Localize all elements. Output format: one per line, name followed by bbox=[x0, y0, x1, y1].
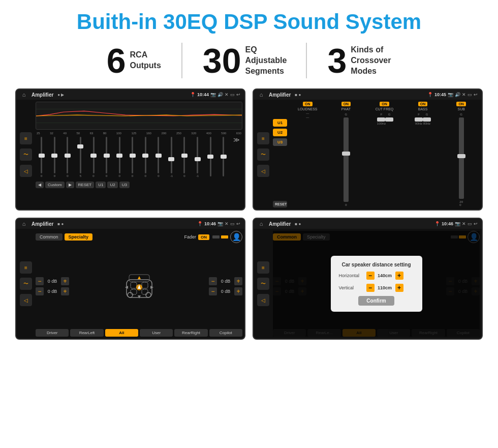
eq-track-15[interactable] bbox=[223, 137, 224, 176]
xover-u1-btn[interactable]: U1 bbox=[273, 119, 287, 127]
zone-driver[interactable]: Driver bbox=[36, 329, 69, 337]
xover-reset-btn[interactable]: RESET bbox=[273, 201, 287, 207]
eq-track-6[interactable] bbox=[106, 137, 107, 173]
fader-db4-minus[interactable]: − bbox=[209, 287, 217, 295]
eq-thumb-15[interactable] bbox=[221, 155, 227, 159]
vertical-minus[interactable]: − bbox=[366, 284, 375, 292]
eq-u1-btn[interactable]: U1 bbox=[96, 182, 106, 188]
eq-speaker-btn[interactable]: ◁ bbox=[20, 165, 32, 177]
eq-track-1[interactable] bbox=[41, 137, 42, 173]
phat-thumb[interactable] bbox=[342, 152, 350, 156]
back-icon-fader: ↩ bbox=[236, 221, 240, 226]
fader-db4-plus[interactable]: + bbox=[234, 287, 242, 295]
vertical-plus[interactable]: + bbox=[395, 284, 403, 292]
eq-expand-btn[interactable]: ≫ bbox=[230, 137, 242, 177]
fader-specialty-tab[interactable]: Specialty bbox=[65, 233, 93, 241]
zone-all[interactable]: All bbox=[105, 329, 138, 337]
xover-phat-on[interactable]: ON bbox=[341, 102, 351, 106]
sub-thumb[interactable] bbox=[457, 154, 465, 158]
eq-filter-btn[interactable]: ≡ bbox=[20, 132, 32, 144]
eq-reset-btn[interactable]: RESET bbox=[76, 182, 95, 188]
eq-thumb-10[interactable] bbox=[155, 154, 162, 158]
eq-track-4[interactable] bbox=[80, 137, 81, 173]
dist-wave-btn[interactable]: 〜 bbox=[257, 278, 269, 290]
status-bar-xover: ⌂ Amplifier ■ ● 📍 10:45 📷 🔊 ✕ ▭ ↩ bbox=[254, 89, 482, 100]
eq-thumb-1[interactable] bbox=[39, 154, 45, 158]
eq-thumb-13[interactable] bbox=[195, 157, 201, 161]
eq-thumb-11[interactable] bbox=[168, 157, 174, 161]
eq-thumb-5[interactable] bbox=[90, 154, 97, 158]
zone-user[interactable]: User bbox=[140, 329, 173, 337]
eq-track-13[interactable] bbox=[197, 137, 198, 173]
eq-track-14[interactable] bbox=[210, 137, 211, 176]
eq-thumb-6[interactable] bbox=[104, 154, 110, 158]
home-icon-xover[interactable]: ⌂ bbox=[258, 91, 265, 98]
cutfreq-f-thumb[interactable] bbox=[377, 117, 385, 122]
eq-thumb-8[interactable] bbox=[130, 154, 136, 158]
xover-cutfreq-col: ON CUT FREQ F 3.0100Hz bbox=[366, 102, 403, 207]
eq-thumb-9[interactable] bbox=[142, 154, 148, 158]
eq-thumb-14[interactable] bbox=[207, 155, 213, 159]
xover-u2-btn[interactable]: U2 bbox=[273, 129, 287, 136]
fader-db1-plus[interactable]: + bbox=[61, 277, 69, 285]
dist-speaker-btn[interactable]: ◁ bbox=[257, 294, 269, 306]
vertical-value: 110cm bbox=[376, 285, 394, 290]
eq-track-11[interactable] bbox=[171, 137, 172, 173]
eq-play-btn[interactable]: ▶ bbox=[66, 182, 74, 188]
sub-slider[interactable] bbox=[459, 117, 464, 199]
home-icon-dist[interactable]: ⌂ bbox=[258, 220, 265, 227]
eq-thumb-12[interactable] bbox=[181, 154, 188, 158]
xover-speaker-btn[interactable]: ◁ bbox=[257, 165, 269, 177]
eq-thumb-4[interactable] bbox=[77, 144, 83, 148]
eq-prev-btn[interactable]: ◀ bbox=[36, 182, 44, 188]
xover-bass-on[interactable]: ON bbox=[418, 102, 428, 106]
zone-rearright[interactable]: RearRight bbox=[174, 329, 207, 337]
fader-wave-btn[interactable]: 〜 bbox=[20, 278, 32, 290]
eq-track-12[interactable] bbox=[183, 137, 185, 173]
fader-common-tab[interactable]: Common bbox=[36, 233, 63, 241]
dist-filter-btn[interactable]: ≡ bbox=[257, 261, 269, 274]
eq-left-controls: ≡ 〜 ◁ bbox=[18, 102, 34, 207]
fader-db2-plus[interactable]: + bbox=[61, 287, 69, 295]
phat-slider[interactable] bbox=[344, 117, 349, 202]
eq-track-8[interactable] bbox=[132, 137, 133, 173]
home-icon-fader[interactable]: ⌂ bbox=[20, 220, 27, 227]
fader-db3-plus[interactable]: + bbox=[234, 277, 242, 285]
bass-f-thumb[interactable] bbox=[415, 117, 423, 122]
eq-track-10[interactable] bbox=[158, 137, 159, 173]
fader-db1-minus[interactable]: − bbox=[36, 277, 44, 285]
horizontal-plus[interactable]: + bbox=[395, 272, 403, 280]
confirm-button[interactable]: Confirm bbox=[358, 296, 394, 306]
eq-thumb-7[interactable] bbox=[116, 154, 122, 158]
zone-rearleft[interactable]: RearLeft bbox=[70, 329, 103, 337]
horizontal-minus[interactable]: − bbox=[366, 272, 375, 280]
fader-db2-minus[interactable]: − bbox=[36, 287, 44, 295]
main-title: Buith-in 30EQ DSP Sound System bbox=[77, 10, 421, 34]
home-icon-eq[interactable]: ⌂ bbox=[20, 91, 27, 98]
xover-u3-btn[interactable]: U3 bbox=[273, 138, 287, 146]
xover-sub-on[interactable]: ON bbox=[456, 102, 466, 106]
bass-g-thumb[interactable] bbox=[423, 117, 431, 122]
svg-marker-13 bbox=[138, 276, 141, 279]
eq-u2-btn[interactable]: U2 bbox=[107, 182, 117, 188]
fader-filter-btn[interactable]: ≡ bbox=[20, 261, 32, 274]
xover-cutfreq-on[interactable]: ON bbox=[380, 102, 389, 106]
eq-thumb-3[interactable] bbox=[65, 154, 71, 158]
xover-filter-btn[interactable]: ≡ bbox=[257, 132, 269, 144]
eq-track-9[interactable] bbox=[145, 137, 146, 173]
fader-speaker-btn[interactable]: ◁ bbox=[20, 294, 32, 306]
fader-db3-minus[interactable]: − bbox=[209, 277, 217, 285]
zone-copilot[interactable]: Copilot bbox=[209, 329, 242, 337]
eq-track-5[interactable] bbox=[93, 137, 95, 173]
eq-track-2[interactable] bbox=[54, 137, 55, 173]
eq-wave-btn[interactable]: 〜 bbox=[20, 148, 32, 161]
fader-person-icon[interactable]: 👤 bbox=[230, 231, 242, 243]
eq-thumb-2[interactable] bbox=[51, 154, 57, 158]
eq-track-7[interactable] bbox=[119, 137, 120, 173]
eq-track-3[interactable] bbox=[67, 137, 68, 173]
eq-u3-btn[interactable]: U3 bbox=[119, 182, 130, 188]
xover-wave-btn[interactable]: 〜 bbox=[257, 148, 269, 161]
cutfreq-g-thumb[interactable] bbox=[385, 117, 393, 122]
xover-loudness-on[interactable]: ON bbox=[303, 102, 313, 106]
fader-on-btn[interactable]: ON bbox=[198, 234, 209, 240]
